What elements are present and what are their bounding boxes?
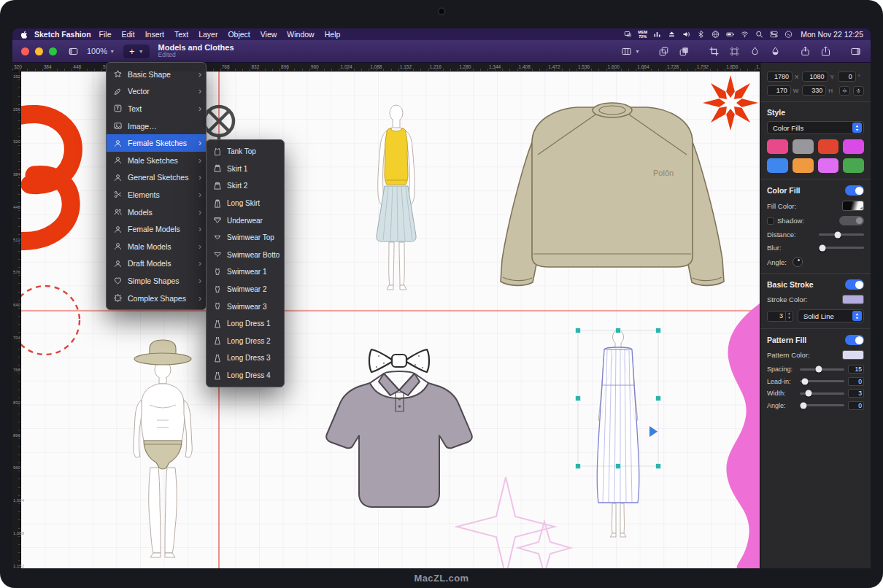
slider-knob[interactable] [802, 378, 809, 384]
menubar-menu[interactable]: File [94, 30, 117, 39]
submenu-item[interactable]: Skirt 2 [207, 177, 284, 195]
menubar-menu[interactable]: Insert [140, 30, 169, 39]
slider-knob[interactable] [800, 402, 806, 409]
submenu-item[interactable]: Underwear [207, 212, 284, 229]
insert-menu-item[interactable]: Simple Shapes › [107, 272, 206, 290]
selection-handle[interactable] [656, 396, 661, 401]
submenu-item[interactable]: Swimwear Bottom [207, 247, 284, 264]
battery-icon[interactable] [725, 30, 735, 39]
insert-menu-item[interactable]: Female Sketches › [107, 134, 206, 152]
insert-menu-item[interactable]: Complex Shapes › [107, 290, 206, 307]
insert-menu-item[interactable]: Image… › [107, 117, 206, 135]
pattern-slider[interactable] [800, 380, 844, 382]
slider-knob[interactable] [819, 244, 825, 251]
palette-swatch[interactable] [767, 158, 788, 173]
memory-indicator[interactable]: MEM 72% [638, 30, 647, 39]
submenu-item[interactable]: Long Dress 4 [207, 367, 284, 384]
pattern-slider[interactable] [800, 404, 844, 406]
eject-icon[interactable] [667, 30, 676, 39]
crop-icon[interactable] [708, 46, 720, 57]
palette-swatch[interactable] [818, 158, 839, 173]
bluetooth-icon[interactable] [696, 30, 706, 39]
insert-menu-item[interactable]: Basic Shape › [107, 66, 206, 83]
slider-knob[interactable] [835, 231, 841, 238]
blur-slider[interactable] [819, 247, 864, 249]
menubar-menu[interactable]: Edit [117, 30, 140, 39]
menubar-menu[interactable]: View [255, 30, 282, 39]
submenu-item[interactable]: Swimwear 3 [207, 298, 284, 315]
menubar-menu[interactable]: Help [320, 30, 346, 39]
palette-swatch[interactable] [767, 139, 788, 154]
pattern-fill-toggle[interactable] [845, 335, 864, 345]
panel-right-icon[interactable] [849, 46, 862, 57]
angle-knob[interactable] [793, 257, 803, 267]
frame-icon[interactable] [728, 46, 741, 57]
pattern-value-field[interactable]: 3 [848, 389, 864, 398]
distance-slider[interactable] [819, 233, 864, 236]
submenu-item[interactable]: Tank Top [207, 143, 284, 160]
siri-icon[interactable] [784, 30, 793, 39]
duplicate-icon[interactable] [658, 46, 670, 57]
submenu-item[interactable]: Long Dress 3 [207, 349, 284, 367]
fill-color-swatch[interactable] [842, 201, 864, 211]
submenu-item[interactable]: Long Skirt [207, 195, 284, 212]
selection-handle[interactable] [656, 328, 661, 333]
stepper-arrows-icon[interactable]: ▲▼ [785, 312, 793, 321]
screen-mirroring-icon[interactable] [623, 30, 633, 39]
menubar-menu[interactable]: Text [169, 30, 193, 39]
share-icon[interactable] [820, 46, 832, 57]
selection-handle[interactable] [656, 464, 661, 469]
palette-swatch[interactable] [793, 139, 814, 154]
submenu-item[interactable]: Swimwear 1 [207, 263, 284, 281]
menubar-menu[interactable]: Window [282, 30, 319, 39]
menubar-menu[interactable]: Layer [193, 30, 223, 39]
menubar-clock[interactable]: Mon Nov 22 12:25 [801, 30, 863, 39]
insert-menu-item[interactable]: Models › [107, 204, 206, 221]
ruler-vertical[interactable]: 1922563203844485125766407047688328969601… [12, 71, 21, 568]
submenu-item[interactable]: Swimwear 2 [207, 281, 284, 298]
fill-type-select[interactable]: Color Fills [767, 121, 864, 134]
insert-menu-item[interactable]: Vector › [107, 83, 206, 101]
color-picker-icon[interactable] [749, 46, 761, 57]
menubar-menu[interactable]: Object [223, 30, 255, 39]
chevron-down-icon[interactable]: ▼ [635, 49, 640, 54]
flip-horizontal-button[interactable] [839, 86, 850, 96]
wifi-icon[interactable] [740, 30, 749, 39]
slider-knob[interactable] [806, 390, 812, 397]
submenu-item[interactable]: Long Dress 1 [207, 315, 284, 333]
pattern-value-field[interactable]: 0 [848, 401, 864, 410]
flip-vertical-button[interactable] [853, 86, 864, 96]
insert-menu-item[interactable]: General Sketches › [107, 169, 206, 187]
input-source-icon[interactable] [711, 30, 720, 39]
selection-handle[interactable] [616, 464, 621, 469]
insert-menu-item[interactable]: Female Models › [107, 220, 206, 238]
activity-icon[interactable] [652, 30, 662, 39]
starburst-logo[interactable] [703, 75, 758, 131]
insert-menu-item[interactable]: Male Sketches › [107, 152, 206, 169]
y-position-field[interactable]: 1080 [802, 71, 828, 82]
toggle-sidebar-button[interactable] [67, 46, 80, 57]
selection-handle[interactable] [576, 328, 581, 333]
volume-icon[interactable] [682, 30, 691, 39]
height-field[interactable]: 330 [802, 85, 826, 96]
pattern-color-swatch[interactable] [842, 350, 864, 360]
close-window-button[interactable] [21, 47, 29, 55]
sweater-sketch[interactable] [501, 103, 724, 285]
palette-swatch[interactable] [843, 139, 864, 154]
ink-drop-icon[interactable] [769, 46, 782, 57]
pattern-slider[interactable] [800, 368, 844, 371]
insert-menu-item[interactable]: Male Models › [107, 238, 206, 255]
submenu-item[interactable]: Swimwear Top [207, 229, 284, 247]
width-field[interactable]: 170 [767, 85, 791, 96]
selection-handle[interactable] [616, 328, 621, 333]
insert-menu-item[interactable]: Text › [107, 100, 206, 117]
palette-swatch[interactable] [818, 139, 839, 154]
insert-menu-item[interactable]: Draft Models › [107, 255, 206, 273]
control-center-icon[interactable] [769, 30, 779, 39]
slider-knob[interactable] [815, 366, 822, 373]
stroke-color-swatch[interactable] [842, 295, 864, 304]
color-fill-toggle[interactable] [845, 185, 864, 196]
x-position-field[interactable]: 1780 [767, 71, 793, 82]
pattern-slider[interactable] [800, 392, 844, 395]
pattern-value-field[interactable]: 15 [848, 365, 864, 374]
